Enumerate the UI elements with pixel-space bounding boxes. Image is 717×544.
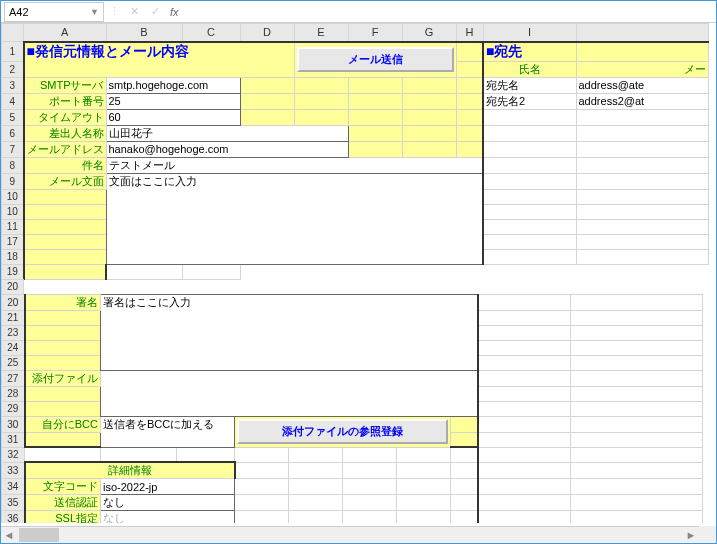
row-header[interactable]: 2 xyxy=(2,61,24,77)
cell-attach[interactable] xyxy=(101,370,478,416)
row-header[interactable]: 19 xyxy=(2,264,24,279)
row-header[interactable]: 31 xyxy=(2,432,25,447)
row-header[interactable]: 34 xyxy=(2,479,25,495)
row-header[interactable]: 1 xyxy=(2,42,24,62)
cell-fromname[interactable]: 山田花子 xyxy=(106,125,348,141)
label-sign[interactable]: 署名 xyxy=(25,294,101,310)
row-header[interactable]: 8 xyxy=(2,157,24,173)
row-header[interactable]: 10 xyxy=(2,204,24,219)
cell-fromaddr[interactable]: hanako@hogehoge.com xyxy=(106,141,348,157)
label-fromname[interactable]: 差出人名称 xyxy=(24,125,107,141)
cell-to-addr[interactable]: address2@at xyxy=(576,93,708,109)
scroll-thumb[interactable] xyxy=(19,528,59,542)
row-header[interactable]: 6 xyxy=(2,125,24,141)
col-header[interactable]: D xyxy=(240,24,294,42)
grid: A B C D E F G H I 1 ■発信元情報とメール内容 メール送信 ■… xyxy=(1,23,709,280)
scroll-right-icon[interactable]: ► xyxy=(683,529,699,541)
enter-icon[interactable]: ✓ xyxy=(145,5,166,18)
section-header[interactable]: ■発信元情報とメール内容 xyxy=(24,42,295,78)
row-header[interactable]: 10 xyxy=(2,189,24,204)
row-header[interactable]: 36 xyxy=(2,511,25,524)
cell-auth[interactable]: なし xyxy=(101,495,235,511)
row-header[interactable]: 35 xyxy=(2,495,25,511)
col-header[interactable]: H xyxy=(456,24,483,42)
row-header[interactable]: 20 xyxy=(2,294,25,310)
col-header[interactable]: B xyxy=(106,24,182,42)
row-header[interactable]: 29 xyxy=(2,401,25,416)
cell-smtp[interactable]: smtp.hogehoge.com xyxy=(106,77,240,93)
row-header[interactable]: 24 xyxy=(2,340,25,355)
row-header[interactable]: 30 xyxy=(2,416,25,432)
label-charset[interactable]: 文字コード xyxy=(25,479,101,495)
cell-to-addr[interactable]: address@ate xyxy=(576,77,708,93)
row-header[interactable]: 11 xyxy=(2,219,24,234)
label-attach[interactable]: 添付ファイル xyxy=(25,370,101,386)
cancel-icon[interactable]: ✕ xyxy=(124,5,145,18)
cell-ssl[interactable]: なし xyxy=(101,511,235,524)
col-header[interactable]: C xyxy=(182,24,240,42)
col-header[interactable]: I xyxy=(483,24,576,42)
label-name[interactable]: 氏名 xyxy=(483,61,576,77)
row-header[interactable]: 27 xyxy=(2,370,25,386)
attach-ref-button[interactable]: 添付ファイルの参照登録 xyxy=(237,419,448,444)
cell-timeout[interactable]: 60 xyxy=(106,109,240,125)
spreadsheet[interactable]: A B C D E F G H I 1 ■発信元情報とメール内容 メール送信 ■… xyxy=(1,23,716,523)
formula-bar: A42 ▼ ⋮ ✕ ✓ fx xyxy=(1,1,716,23)
cell-to-name[interactable]: 宛先名 xyxy=(483,77,576,93)
scroll-corner xyxy=(699,526,716,543)
col-header[interactable]: F xyxy=(348,24,402,42)
label-fromaddr[interactable]: メールアドレス xyxy=(24,141,107,157)
label-ssl[interactable]: SSL指定 xyxy=(25,511,101,524)
row-header[interactable]: 21 xyxy=(2,310,25,325)
grid-lower: 20 署名 署名はここに入力 21 23 24 25 27 添付ファイル 28 … xyxy=(1,294,703,524)
row-header[interactable]: 25 xyxy=(2,355,25,370)
name-box-value: A42 xyxy=(9,6,29,18)
horizontal-scrollbar[interactable]: ◄ ► xyxy=(1,526,699,543)
row-header[interactable]: 18 xyxy=(2,249,24,264)
cell-port[interactable]: 25 xyxy=(106,93,240,109)
cell-sign[interactable]: 署名はここに入力 xyxy=(101,294,478,370)
fx-icon[interactable]: fx xyxy=(166,6,183,18)
label-smtp[interactable]: SMTPサーバ xyxy=(24,77,107,93)
send-mail-button[interactable]: メール送信 xyxy=(297,47,454,72)
col-header[interactable] xyxy=(576,24,708,42)
row-header[interactable]: 5 xyxy=(2,109,24,125)
label-port[interactable]: ポート番号 xyxy=(24,93,107,109)
col-header[interactable]: G xyxy=(402,24,456,42)
col-header[interactable]: A xyxy=(24,24,107,42)
scroll-left-icon[interactable]: ◄ xyxy=(1,529,17,541)
label-mail[interactable]: メー xyxy=(576,61,708,77)
detail-header[interactable]: 詳細情報 xyxy=(25,462,235,479)
row-header[interactable]: 4 xyxy=(2,93,24,109)
grid-signature: 20 xyxy=(1,279,24,295)
label-body[interactable]: メール文面 xyxy=(24,173,107,189)
label-auth[interactable]: 送信認証 xyxy=(25,495,101,511)
separator: ⋮ xyxy=(104,5,124,18)
cell-subject[interactable]: テストメール xyxy=(106,157,483,173)
row-header[interactable]: 9 xyxy=(2,173,24,189)
row-header[interactable]: 28 xyxy=(2,386,25,401)
name-box[interactable]: A42 ▼ xyxy=(4,2,104,22)
row-header[interactable]: 23 xyxy=(2,325,25,340)
cell-to-name[interactable]: 宛先名2 xyxy=(483,93,576,109)
row-header[interactable]: 32 xyxy=(2,447,25,462)
row-header[interactable]: 3 xyxy=(2,77,24,93)
label-bcc[interactable]: 自分にBCC xyxy=(25,416,101,432)
label-subject[interactable]: 件名 xyxy=(24,157,107,173)
row-header[interactable]: 20 xyxy=(2,279,24,294)
name-box-dropdown-icon[interactable]: ▼ xyxy=(90,7,99,17)
section-header-to[interactable]: ■宛先 xyxy=(483,42,576,62)
row-header[interactable]: 17 xyxy=(2,234,24,249)
cell-charset[interactable]: iso-2022-jp xyxy=(101,479,235,495)
select-all[interactable] xyxy=(2,24,24,42)
row-header[interactable]: 33 xyxy=(2,462,25,479)
cell-body[interactable]: 文面はここに入力 xyxy=(106,173,483,264)
row-header[interactable]: 7 xyxy=(2,141,24,157)
col-header[interactable]: E xyxy=(294,24,348,42)
cell-bcc[interactable]: 送信者をBCCに加える xyxy=(101,416,235,447)
label-timeout[interactable]: タイムアウト xyxy=(24,109,107,125)
